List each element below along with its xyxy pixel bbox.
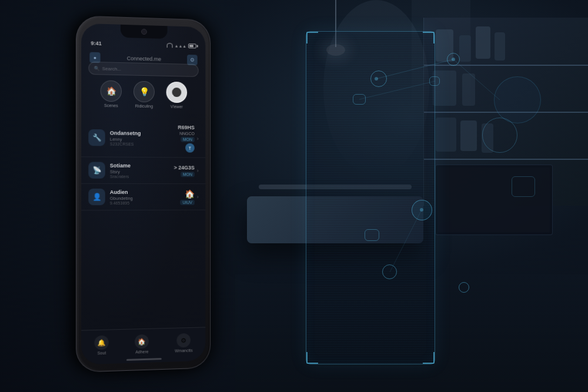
ridiculing-label: Ridiculing (135, 104, 153, 108)
search-icon: 🔍 (94, 65, 100, 71)
list-item-3-arrow: › (197, 194, 199, 200)
holo-rect-2 (429, 76, 440, 86)
list-item-2-subtitle2: Sracraters (110, 174, 174, 178)
list-item-3-icon: 👤 (88, 189, 105, 205)
tab-adhere[interactable]: 🏠 Adhere (135, 334, 149, 354)
tab-sout[interactable]: 🔔 Sout (95, 336, 109, 356)
holo-dot-6 (459, 282, 469, 293)
list-item-2-icon: 📡 (88, 162, 105, 178)
list-item-1-subtitle2: S232CRSES (110, 142, 178, 146)
power-button[interactable] (210, 78, 211, 107)
list-item-1-title: Ondansetng (110, 130, 178, 136)
list-item-1-extra: NNGCO (179, 132, 195, 136)
app-title: Connected.me (127, 55, 161, 62)
tab-viewer[interactable]: Viewer (166, 82, 187, 109)
phone-body: 9:41 ▲▲▲ ● Connected.me ⚙ (76, 15, 211, 373)
holo-rect-4 (365, 229, 379, 241)
adhere-label: Adhere (135, 350, 149, 354)
scenes-label: Scenes (104, 103, 118, 108)
list-item-2[interactable]: 📡 Sotiame Stsry Sracraters > 24G3S MON › (81, 157, 205, 184)
list-item-1-value: R69HS (178, 125, 194, 130)
sout-icon: 🔔 (95, 336, 109, 350)
wmanctts-icon: ⚙ (177, 333, 191, 347)
holo-dot-2 (447, 53, 460, 66)
list-item-3[interactable]: 👤 Audien Gbundeting 9.4653895 🏠 UIUV › (81, 184, 205, 211)
top-icons-row: 🏠 Scenes 💡 Ridiculing Viewer (81, 80, 205, 109)
mute-button[interactable] (76, 63, 76, 78)
list-item-1-right: R69HS NNGCO MON T (178, 125, 194, 153)
list-item-3-subtitle2: 9.4653895 (110, 200, 181, 205)
list-item-1-content: Ondansetng Lenny S232CRSES (110, 130, 178, 146)
viewer-icon (166, 82, 187, 103)
scenes-icon: 🏠 (101, 80, 122, 102)
tab-scenes[interactable]: 🏠 Scenes (101, 80, 122, 108)
ridiculing-icon: 💡 (133, 81, 155, 103)
tab-ridiculing[interactable]: 💡 Ridiculing (133, 81, 155, 109)
tab-wmanctts[interactable]: ⚙ Wmanctts (175, 333, 193, 353)
holo-dot-5 (382, 264, 397, 279)
viewer-label: Viewer (171, 105, 183, 109)
holo-rect-3 (512, 176, 535, 197)
sout-label: Sout (98, 351, 106, 355)
list-item-2-arrow: › (197, 167, 199, 173)
list-item-1-badge: T (185, 143, 195, 153)
list-item-3-home-icon: 🏠 (185, 189, 195, 199)
phone-notch (121, 25, 168, 39)
list-item-2-content: Sotiame Stsry Sracraters (110, 162, 174, 178)
search-placeholder: Search... (102, 66, 121, 72)
volume-up-button[interactable] (76, 85, 76, 106)
holo-rect-1 (353, 94, 366, 105)
list-item-1[interactable]: 🔧 Ondansetng Lenny S232CRSES R69HS NNGCO… (81, 119, 205, 158)
list-item-2-subtitle: Stsry (110, 169, 174, 174)
front-camera (141, 29, 147, 35)
list-item-2-tag: MON (181, 172, 195, 177)
list-item-2-value: > 24G3S (174, 165, 195, 170)
status-time: 9:41 (91, 40, 101, 46)
list-item-2-title: Sotiame (110, 162, 174, 169)
signal-icon: ▲▲▲ (175, 43, 186, 48)
holo-dot-large (494, 76, 541, 123)
adhere-icon: 🏠 (135, 334, 149, 349)
phone-screen: 9:41 ▲▲▲ ● Connected.me ⚙ (81, 24, 205, 365)
wmanctts-label: Wmanctts (175, 349, 193, 353)
list-item-3-tag: UIUV (181, 199, 195, 205)
wifi-icon (167, 43, 173, 48)
holo-dot-1 (370, 71, 387, 87)
phone: 9:41 ▲▲▲ ● Connected.me ⚙ (76, 15, 211, 373)
list-item-3-subtitle: Gbundeting (110, 195, 181, 200)
list-item-3-title: Audien (110, 189, 181, 195)
battery-icon (188, 43, 196, 48)
holo-dot-4 (412, 200, 432, 220)
list-item-3-content: Audien Gbundeting 9.4653895 (110, 189, 181, 205)
list-item-1-icon: 🔧 (88, 129, 105, 146)
list-item-3-right: 🏠 UIUV (181, 189, 195, 205)
list-item-1-arrow: › (197, 136, 199, 142)
list-section: 🔧 Ondansetng Lenny S232CRSES R69HS NNGCO… (81, 119, 205, 329)
search-bar[interactable]: 🔍 Search... (88, 62, 198, 77)
volume-down-button[interactable] (76, 110, 76, 130)
status-icons: ▲▲▲ (167, 43, 196, 48)
list-item-2-right: > 24G3S MON (174, 165, 195, 177)
list-item-1-tag: MON (181, 137, 195, 142)
